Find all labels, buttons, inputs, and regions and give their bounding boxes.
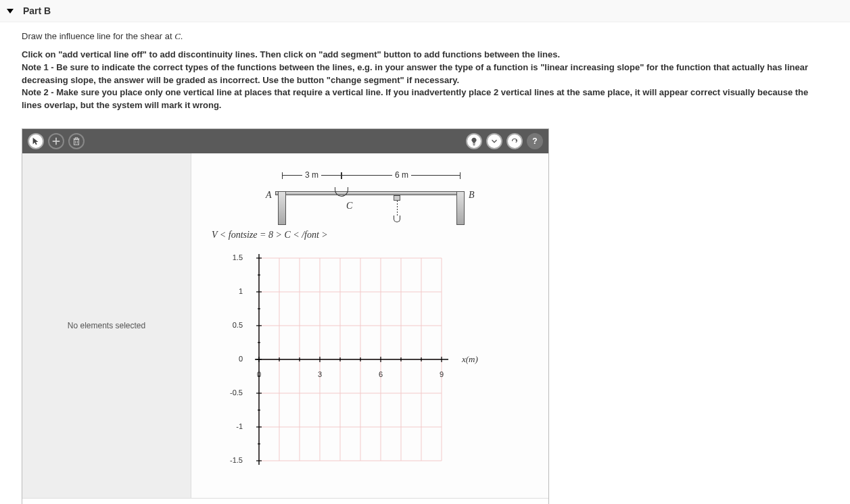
toolbar: ? <box>22 129 548 153</box>
drawing-widget: ? No elements selected 3 m 6 m <box>22 128 549 504</box>
plot-grid[interactable] <box>245 245 455 474</box>
redo-icon <box>510 136 519 146</box>
part-title: Part B <box>23 5 51 16</box>
instruction-line-1: Draw the influence line for the shear at… <box>22 30 828 43</box>
hint-button[interactable] <box>466 133 482 149</box>
question-icon: ? <box>532 136 537 146</box>
y-axis-title: V < fontsize = 8 > C < /font > <box>212 230 542 241</box>
x-axis-label: x(m) <box>462 354 478 365</box>
chevron-down-icon <box>490 136 499 146</box>
y-axis-ticks: 1.5 1 0.5 0 -0.5 -1 -1.5 <box>218 245 243 474</box>
cursor-icon <box>31 136 41 146</box>
part-header[interactable]: Part B <box>0 0 850 22</box>
instructions: Draw the influence line for the shear at… <box>0 22 850 124</box>
plot-area[interactable]: 1.5 1 0.5 0 -0.5 -1 -1.5 0 3 6 9 x(m) <box>245 245 496 474</box>
svg-rect-0 <box>74 139 79 145</box>
selection-status: No elements selected <box>68 321 145 330</box>
add-tool-button[interactable] <box>48 133 64 149</box>
dimension-6m: 6 m <box>392 170 411 180</box>
beam-diagram: 3 m 6 m A B C <box>248 163 492 227</box>
dropdown-button[interactable] <box>486 133 502 149</box>
selection-sidebar: No elements selected <box>22 153 191 498</box>
cursor-tool-button[interactable] <box>28 133 44 149</box>
help-button[interactable]: ? <box>527 133 543 149</box>
workspace: No elements selected 3 m 6 m A <box>22 153 548 498</box>
delete-tool-button[interactable] <box>68 133 85 149</box>
plus-icon <box>51 136 61 146</box>
instruction-notes: Click on "add vertical line off" to add … <box>22 49 828 112</box>
label-b: B <box>469 190 475 201</box>
redo-button[interactable] <box>506 133 523 149</box>
label-a: A <box>266 190 272 201</box>
dimension-3m: 3 m <box>302 170 321 180</box>
footer-message: Add discontinuity lines and select segme… <box>22 498 548 504</box>
collapse-triangle-icon[interactable] <box>7 9 14 14</box>
lightbulb-icon <box>469 136 479 146</box>
hook-icon <box>394 195 400 222</box>
label-c: C <box>346 201 352 211</box>
beam <box>275 191 465 195</box>
main-canvas[interactable]: 3 m 6 m A B C V < fontsize = 8 > <box>191 153 548 498</box>
support-a <box>278 191 286 225</box>
trash-icon <box>72 136 81 146</box>
support-b <box>456 191 465 225</box>
